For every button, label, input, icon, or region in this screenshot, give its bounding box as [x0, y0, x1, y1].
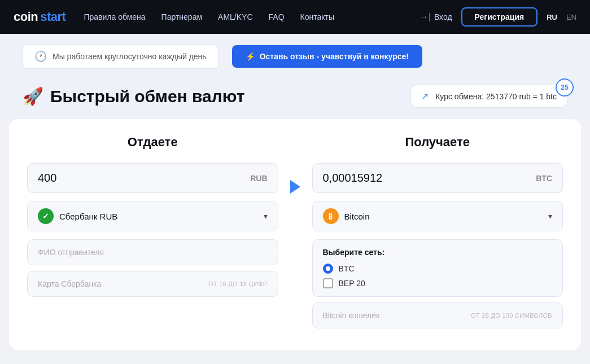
- wallet-address-field[interactable]: Bitcoin кошелёк ОТ 28 ДО 100 СИМВОЛОВ: [312, 302, 563, 328]
- give-currency: RUB: [250, 174, 267, 183]
- give-column: Отдаете 400 RUB ✓ Сбербанк RUB ▾ ФИО отп…: [27, 135, 278, 302]
- exchange-direction-icon: [290, 180, 300, 194]
- receive-select[interactable]: ₿ Bitcoin ▾: [312, 201, 563, 231]
- card-number-placeholder: Карта Сбербанка: [38, 279, 101, 288]
- lang-ru[interactable]: RU: [547, 13, 557, 21]
- lang-switcher: RU EN: [547, 13, 576, 21]
- logo-coin: coin: [14, 10, 38, 24]
- btc-radio-selected-icon: [323, 264, 333, 274]
- rocket-icon: 🚀: [23, 86, 43, 106]
- navbar: coinstart Правила обмена Партнерам AML/K…: [0, 0, 590, 34]
- give-header: Отдаете: [27, 135, 278, 150]
- give-select-left: ✓ Сбербанк RUB: [38, 208, 117, 224]
- bep20-label: BEP 20: [339, 279, 365, 288]
- receive-select-chevron-icon: ▾: [548, 212, 552, 221]
- nav-partners[interactable]: Партнерам: [161, 12, 202, 21]
- login-button[interactable]: →| Вход: [419, 12, 452, 22]
- contest-label: Оставь отзыв - учавствуй в конкурсе!: [260, 52, 409, 61]
- login-arrow-icon: →|: [419, 12, 431, 22]
- receive-amount-value: 0,00015912: [323, 172, 383, 185]
- arrow-column: [278, 135, 312, 194]
- btc-label: BTC: [339, 264, 355, 273]
- nav-contacts[interactable]: Контакты: [300, 12, 334, 21]
- rate-text: Курс обмена: 2513770 rub = 1 btc: [435, 92, 557, 101]
- nav-links: Правила обмена Партнерам AML/KYC FAQ Кон…: [84, 12, 401, 21]
- rate-timer: 25: [556, 78, 574, 97]
- sberbank-icon: ✓: [38, 208, 54, 224]
- sender-name-placeholder: ФИО отправителя: [38, 248, 104, 257]
- exchange-form: Отдаете 400 RUB ✓ Сбербанк RUB ▾ ФИО отп…: [9, 119, 581, 350]
- give-select-label: Сбербанк RUB: [59, 212, 117, 221]
- work-hours-text: Мы работаем круглосуточно каждый день: [53, 52, 207, 61]
- navbar-right: →| Вход Регистрация RU EN: [419, 7, 576, 27]
- logo[interactable]: coinstart: [14, 10, 65, 24]
- receive-column: Получаете 0,00015912 BTC ₿ Bitcoin ▾ Выб…: [312, 135, 563, 334]
- bitcoin-icon: ₿: [323, 208, 339, 224]
- lang-en[interactable]: EN: [566, 13, 576, 21]
- radio-inner-dot: [326, 266, 330, 271]
- logo-start: start: [40, 10, 65, 24]
- contest-button[interactable]: ⚡ Оставь отзыв - учавствуй в конкурсе!: [232, 45, 422, 68]
- nav-rules[interactable]: Правила обмена: [84, 12, 145, 21]
- info-bar: 🕐 Мы работаем круглосуточно каждый день …: [0, 34, 590, 79]
- hero-section: 🚀 Быстрый обмен валют ↗ Курс обмена: 251…: [0, 79, 590, 119]
- receive-amount-field[interactable]: 0,00015912 BTC: [312, 163, 563, 193]
- sender-name-field[interactable]: ФИО отправителя: [27, 239, 278, 265]
- hero-title-text: Быстрый обмен валют: [50, 87, 244, 106]
- bep20-checkbox-icon: [323, 278, 333, 288]
- exchange-rate-box: ↗ Курс обмена: 2513770 rub = 1 btc 25: [410, 85, 567, 108]
- work-hours-box: 🕐 Мы работаем круглосуточно каждый день: [23, 44, 218, 69]
- nav-faq[interactable]: FAQ: [269, 12, 285, 21]
- rate-trend-icon: ↗: [421, 91, 429, 102]
- give-amount-value: 400: [38, 172, 56, 185]
- card-number-field[interactable]: Карта Сбербанка ОТ 16 ДО 18 ЦИФР: [27, 271, 278, 297]
- give-select-chevron-icon: ▾: [264, 212, 268, 221]
- receive-header: Получаете: [312, 135, 563, 150]
- network-bep20-option[interactable]: BEP 20: [323, 278, 553, 288]
- network-btc-option[interactable]: BTC: [323, 264, 553, 274]
- network-options: BTC BEP 20: [323, 264, 553, 288]
- contest-icon: ⚡: [246, 52, 255, 61]
- receive-select-left: ₿ Bitcoin: [323, 208, 370, 224]
- network-select-box: Выберите сеть: BTC BEP 20: [312, 239, 563, 297]
- card-number-hint: ОТ 16 ДО 18 ЦИФР: [208, 280, 268, 287]
- receive-currency: BTC: [536, 174, 552, 183]
- wallet-hint: ОТ 28 ДО 100 СИМВОЛОВ: [471, 312, 552, 319]
- clock-icon: 🕐: [34, 50, 47, 63]
- network-title: Выберите сеть:: [323, 248, 553, 257]
- give-amount-field[interactable]: 400 RUB: [27, 163, 278, 193]
- give-select[interactable]: ✓ Сбербанк RUB ▾: [27, 201, 278, 231]
- nav-aml[interactable]: AML/KYC: [218, 12, 252, 21]
- page-title: 🚀 Быстрый обмен валют: [23, 86, 244, 106]
- register-button[interactable]: Регистрация: [461, 7, 538, 27]
- receive-select-label: Bitcoin: [344, 212, 370, 221]
- login-label: Вход: [434, 12, 452, 21]
- wallet-placeholder: Bitcoin кошелёк: [323, 311, 380, 320]
